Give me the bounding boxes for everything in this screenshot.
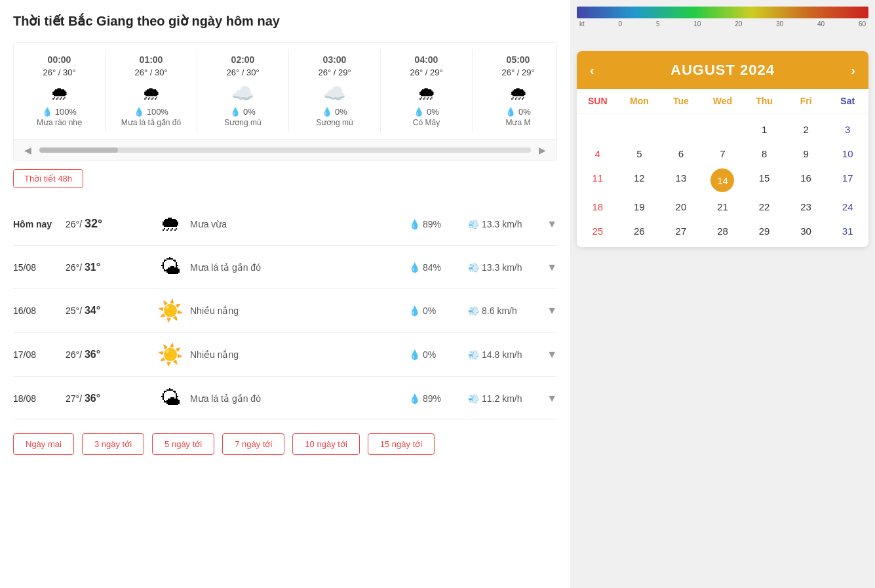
forecast-48h-button[interactable]: Thời tiết 48h: [13, 169, 83, 188]
daily-date: 18/08: [13, 393, 66, 404]
calendar-day-cell[interactable]: 9: [785, 142, 827, 166]
calendar-day-cell[interactable]: 30: [785, 219, 827, 243]
calendar-day-cell[interactable]: 5: [619, 142, 661, 166]
daily-expand-button[interactable]: ▼: [547, 393, 557, 404]
daily-precip: 💧 84%: [409, 262, 468, 273]
calendar-day-cell[interactable]: 2: [785, 117, 827, 142]
calendar-day-cell[interactable]: 18: [577, 195, 619, 219]
calendar-day-cell[interactable]: 17: [826, 166, 868, 195]
period-filter-button[interactable]: 5 ngày tới: [152, 433, 214, 455]
hour-item: 01:00 26° / 30° 🌧 💧 100% Mưa lá tả gần đ…: [106, 49, 197, 132]
period-filter-button[interactable]: 15 ngày tới: [368, 433, 435, 455]
hour-desc: Có Mây: [413, 118, 440, 127]
calendar-title: AUGUST 2024: [671, 62, 775, 79]
period-filter-button[interactable]: 7 ngày tới: [222, 433, 284, 455]
calendar-day-name: Thu: [743, 89, 785, 113]
daily-expand-button[interactable]: ▼: [547, 349, 557, 361]
hour-precip: 💧 0%: [505, 107, 530, 117]
hour-precip: 💧 0%: [230, 107, 255, 117]
calendar-day-cell[interactable]: 28: [702, 219, 744, 243]
calendar-day-cell[interactable]: 7: [702, 142, 744, 166]
strip-label: 0: [619, 20, 623, 28]
daily-icon: 🌤: [151, 255, 190, 279]
hour-icon: ☁️: [323, 83, 346, 104]
calendar-day-cell[interactable]: 29: [743, 219, 785, 243]
period-filter-button[interactable]: 3 ngày tới: [82, 433, 144, 455]
calendar-day-cell[interactable]: 23: [785, 195, 827, 219]
calendar-day-cell[interactable]: 6: [660, 142, 702, 166]
calendar-day-cell[interactable]: 8: [743, 142, 785, 166]
calendar-day-cell[interactable]: 20: [660, 195, 702, 219]
daily-wind: 💨 8.6 km/h: [468, 305, 547, 316]
calendar-widget: ‹ AUGUST 2024 › SUNMonTueWedThuFriSat 12…: [577, 51, 868, 247]
period-filter-button[interactable]: Ngày mai: [13, 433, 74, 455]
calendar-day-cell[interactable]: 1: [743, 117, 785, 142]
hour-precip: 💧 100%: [42, 107, 77, 117]
calendar-day-cell[interactable]: 12: [619, 166, 661, 195]
calendar-day-cell[interactable]: 16: [785, 166, 827, 195]
scroll-track: [39, 147, 531, 153]
daily-date: Hôm nay: [13, 219, 66, 229]
hour-temp: 26° / 29°: [318, 68, 351, 77]
hour-item: 05:00 26° / 29° 🌧 💧 0% Mưa M: [473, 49, 556, 132]
daily-wind: 💨 13.3 km/h: [468, 262, 547, 273]
hour-time: 05:00: [507, 54, 530, 65]
daily-wind: 💨 14.8 km/h: [468, 349, 547, 360]
hour-desc: Mưa M: [506, 118, 531, 127]
calendar-day-cell[interactable]: 19: [619, 195, 661, 219]
hour-icon: 🌧: [50, 83, 69, 104]
hourly-scroll[interactable]: 00:00 26° / 30° 🌧 💧 100% Mưa rào nhẹ 01:…: [14, 43, 556, 139]
calendar-day-cell[interactable]: 13: [660, 166, 702, 195]
daily-precip: 💧 89%: [409, 219, 468, 229]
calendar-day-cell[interactable]: 22: [743, 195, 785, 219]
scroll-left-arrow[interactable]: ◀: [20, 144, 35, 157]
hour-time: 04:00: [415, 54, 438, 65]
hour-icon: ☁️: [231, 83, 254, 104]
hour-time: 00:00: [48, 54, 71, 65]
hour-precip: 💧 0%: [414, 107, 438, 117]
scroll-right-arrow[interactable]: ▶: [535, 144, 550, 157]
daily-row: 18/08 27°/ 36° 🌤 Mưa lá tả gần đó 💧 89% …: [13, 377, 557, 420]
calendar-day-cell[interactable]: 15: [743, 166, 785, 195]
hour-item: 03:00 26° / 29° ☁️ 💧 0% Sương mù: [289, 49, 381, 132]
calendar-day-cell[interactable]: 11: [577, 166, 619, 195]
calendar-day-cell[interactable]: 4: [577, 142, 619, 166]
strip-label: kt: [579, 20, 585, 28]
calendar-grid: 1234567891011121314151617181920212223242…: [577, 113, 868, 247]
daily-expand-button[interactable]: ▼: [547, 218, 557, 230]
calendar-day-cell[interactable]: 14: [702, 166, 744, 195]
calendar-day-cell[interactable]: 26: [619, 219, 661, 243]
period-filter-button[interactable]: 10 ngày tới: [292, 433, 359, 455]
daily-row: 16/08 25°/ 34° ☀️ Nhiều nắng 💧 0% 💨 8.6 …: [13, 289, 557, 333]
daily-row: 17/08 26°/ 36° ☀️ Nhiều nắng 💧 0% 💨 14.8…: [13, 333, 557, 377]
hour-temp: 26° / 30°: [134, 68, 167, 77]
daily-date: 16/08: [13, 305, 66, 316]
calendar-empty-cell: [660, 117, 702, 142]
calendar-day-cell[interactable]: 10: [826, 142, 868, 166]
daily-date: 17/08: [13, 349, 66, 360]
daily-expand-button[interactable]: ▼: [547, 305, 557, 317]
calendar-day-cell[interactable]: 25: [577, 219, 619, 243]
calendar-day-cell[interactable]: 24: [826, 195, 868, 219]
daily-list: Hôm nay 26°/ 32° 🌧 Mưa vừa 💧 89% 💨 13.3 …: [13, 203, 557, 420]
calendar-day-cell[interactable]: 31: [826, 219, 868, 243]
hour-item: 00:00 26° / 30° 🌧 💧 100% Mưa rào nhẹ: [14, 49, 106, 132]
calendar-prev-button[interactable]: ‹: [590, 63, 594, 78]
hour-temp: 26° / 30°: [226, 68, 259, 77]
daily-desc: Mưa lá tả gần đó: [190, 393, 409, 404]
hour-precip: 💧 100%: [134, 107, 168, 117]
calendar-day-cell[interactable]: 27: [660, 219, 702, 243]
calendar-next-button[interactable]: ›: [851, 63, 855, 78]
calendar-day-cell[interactable]: 21: [702, 195, 744, 219]
strip-labels: kt051020304060: [577, 20, 868, 28]
calendar-day-cell[interactable]: 3: [826, 117, 868, 142]
daily-desc: Mưa lá tả gần đó: [190, 262, 409, 273]
hour-desc: Mưa rào nhẹ: [37, 118, 82, 127]
calendar-day-name: Mon: [619, 89, 661, 113]
hour-time: 03:00: [323, 54, 347, 65]
hour-temp: 26° / 30°: [43, 68, 75, 77]
daily-expand-button[interactable]: ▼: [547, 262, 557, 273]
daily-icon: ☀️: [151, 342, 190, 367]
calendar-day-name: Sat: [826, 89, 868, 113]
daily-wind: 💨 13.3 km/h: [468, 219, 547, 229]
